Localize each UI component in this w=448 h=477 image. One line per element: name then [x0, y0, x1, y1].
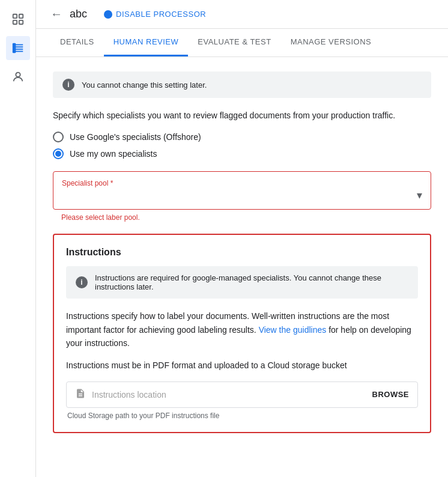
- dropdown-label: Specialist pool *: [62, 179, 422, 187]
- radio-circle-own: [53, 148, 64, 159]
- tab-evaluate-test[interactable]: EVALUATE & TEST: [188, 29, 280, 56]
- disable-icon: [104, 10, 112, 19]
- tab-manage-versions[interactable]: MANAGE VERSIONS: [281, 29, 381, 56]
- content-area: i You cannot change this setting later. …: [36, 57, 448, 448]
- instructions-info-icon: i: [76, 276, 88, 288]
- instructions-info-text: Instructions are required for google-man…: [95, 273, 408, 291]
- back-button[interactable]: ←: [50, 7, 62, 21]
- file-input-placeholder: Instructions location: [92, 390, 366, 400]
- svg-rect-11: [13, 50, 15, 53]
- view-guidelines-link[interactable]: View the guidlines: [259, 325, 327, 335]
- header: ← abc DISABLE PROCESSOR: [36, 0, 448, 29]
- instructions-section: Instructions i Instructions are required…: [53, 234, 431, 433]
- svg-rect-0: [13, 14, 16, 18]
- tab-human-review[interactable]: HUMAN REVIEW: [104, 29, 189, 56]
- tab-details[interactable]: DETAILS: [50, 29, 104, 56]
- dropdown-arrow-icon: ▾: [417, 189, 422, 202]
- disable-processor-button[interactable]: DISABLE PROCESSOR: [104, 10, 206, 19]
- instructions-pdf-note: Instructions must be in PDF format and u…: [66, 359, 418, 372]
- sidebar-icon-list[interactable]: [6, 36, 30, 60]
- specialist-pool-dropdown[interactable]: Specialist pool * ▾: [53, 171, 431, 210]
- info-banner-text: You cannot change this setting later.: [82, 81, 207, 90]
- svg-rect-3: [19, 20, 22, 24]
- main-content: ← abc DISABLE PROCESSOR DETAILS HUMAN RE…: [36, 0, 448, 477]
- svg-rect-2: [13, 20, 16, 24]
- dropdown-error: Please select laber pool.: [53, 213, 431, 222]
- info-icon: i: [62, 79, 74, 91]
- sidebar-icon-grid[interactable]: [6, 7, 30, 31]
- file-icon: [75, 388, 86, 401]
- svg-point-12: [16, 73, 20, 77]
- file-input-hint: Cloud Storage path to your PDF instructi…: [66, 412, 418, 420]
- tab-bar: DETAILS HUMAN REVIEW EVALUATE & TEST MAN…: [36, 29, 448, 57]
- radio-google-specialists[interactable]: Use Google's specialists (Offshore): [53, 132, 431, 142]
- radio-label-google: Use Google's specialists (Offshore): [70, 132, 201, 142]
- sidebar: [0, 0, 36, 477]
- page-title: abc: [70, 8, 87, 20]
- info-banner: i You cannot change this setting later.: [53, 71, 431, 98]
- instructions-title: Instructions: [66, 247, 418, 258]
- specialist-radio-group: Use Google's specialists (Offshore) Use …: [53, 132, 431, 159]
- instructions-info-banner: i Instructions are required for google-m…: [66, 266, 418, 299]
- browse-button[interactable]: BROWSE: [372, 390, 410, 399]
- file-input-row[interactable]: Instructions location BROWSE: [66, 381, 418, 408]
- instructions-description: Instructions specify how to label your d…: [66, 309, 418, 350]
- sidebar-icon-person[interactable]: [6, 65, 30, 89]
- radio-label-own: Use my own specialists: [70, 149, 157, 159]
- radio-circle-google: [53, 132, 64, 142]
- svg-rect-1: [19, 14, 22, 18]
- description-text: Specify which specialists you want to re…: [53, 109, 431, 122]
- radio-own-specialists[interactable]: Use my own specialists: [53, 148, 431, 159]
